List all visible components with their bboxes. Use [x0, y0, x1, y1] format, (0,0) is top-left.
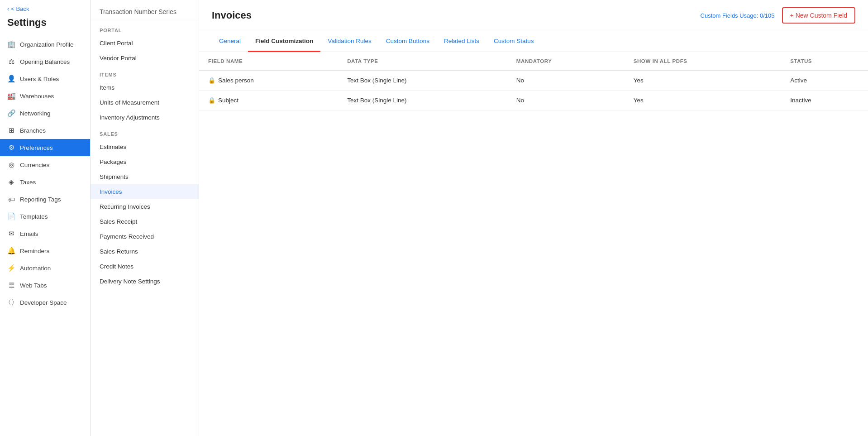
sidebar-item-networking[interactable]: 🔗 Networking — [0, 105, 90, 122]
sidebar-icon-web-tabs: ☰ — [7, 281, 15, 289]
custom-fields-usage: Custom Fields Usage: 0/105 — [701, 12, 775, 19]
middle-item-packages[interactable]: Packages — [91, 154, 199, 169]
sidebar-item-reporting-tags[interactable]: 🏷 Reporting Tags — [0, 191, 90, 208]
middle-panel-title: Transaction Number Series — [91, 0, 199, 21]
sidebar-label-networking: Networking — [20, 110, 51, 117]
middle-item-items[interactable]: Items — [91, 80, 199, 95]
sidebar-item-users-roles[interactable]: 👤 Users & Roles — [0, 70, 90, 87]
field-name-cell-0: 🔒 Sales person — [199, 71, 338, 91]
status-cell-1: Inactive — [781, 91, 868, 110]
sidebar-icon-users-roles: 👤 — [7, 75, 15, 83]
sidebar-icon-org-profile: 🏢 — [7, 40, 15, 48]
sidebar-label-templates: Templates — [20, 213, 48, 220]
main-page-title: Invoices — [212, 10, 252, 21]
tab-custom-status[interactable]: Custom Status — [486, 31, 541, 52]
sidebar-icon-taxes: ◈ — [7, 178, 15, 186]
new-custom-field-button[interactable]: + New Custom Field — [782, 7, 855, 24]
middle-item-client-portal[interactable]: Client Portal — [91, 36, 199, 51]
back-arrow-icon: ‹ — [7, 5, 9, 12]
sidebar-icon-currencies: ◎ — [7, 161, 15, 169]
col-header-field-name: FIELD NAME — [199, 52, 338, 71]
sidebar-item-org-profile[interactable]: 🏢 Organization Profile — [0, 36, 90, 53]
middle-item-inventory[interactable]: Inventory Adjustments — [91, 110, 199, 125]
tab-general[interactable]: General — [212, 31, 248, 52]
middle-item-units[interactable]: Units of Measurement — [91, 95, 199, 110]
middle-item-invoices[interactable]: Invoices — [91, 184, 199, 199]
table-row[interactable]: 🔒 Sales person Text Box (Single Line)NoY… — [199, 71, 868, 91]
sidebar-item-web-tabs[interactable]: ☰ Web Tabs — [0, 277, 90, 294]
middle-item-credit-notes[interactable]: Credit Notes — [91, 259, 199, 274]
sidebar-label-currencies: Currencies — [20, 162, 49, 168]
show-in-pdfs-cell-0: Yes — [625, 71, 782, 91]
sidebar-label-reporting-tags: Reporting Tags — [20, 196, 61, 203]
sidebar-item-taxes[interactable]: ◈ Taxes — [0, 173, 90, 191]
sidebar-label-reminders: Reminders — [20, 248, 49, 254]
sidebar-label-web-tabs: Web Tabs — [20, 282, 47, 289]
sidebar-label-developer-space: Developer Space — [20, 299, 67, 306]
sidebar-icon-emails: ✉ — [7, 230, 15, 238]
section-label-items: ITEMS — [91, 66, 199, 80]
table-row[interactable]: 🔒 Subject Text Box (Single Line)NoYesIna… — [199, 91, 868, 110]
lock-icon: 🔒 — [208, 97, 215, 104]
middle-item-estimates[interactable]: Estimates — [91, 139, 199, 154]
tab-custom-buttons[interactable]: Custom Buttons — [379, 31, 437, 52]
sidebar-icon-preferences: ⚙ — [7, 144, 15, 152]
back-label: < Back — [11, 5, 29, 12]
col-header-data-type: DATA TYPE — [338, 52, 507, 71]
tab-related-lists[interactable]: Related Lists — [437, 31, 486, 52]
sidebar-item-reminders[interactable]: 🔔 Reminders — [0, 242, 90, 259]
main-header: Invoices Custom Fields Usage: 0/105 + Ne… — [199, 0, 868, 31]
tab-field-customization[interactable]: Field Customization — [248, 31, 320, 52]
sidebar-item-preferences[interactable]: ⚙ Preferences — [0, 139, 90, 156]
data-type-cell-0: Text Box (Single Line) — [338, 71, 507, 91]
col-header-mandatory: MANDATORY — [507, 52, 625, 71]
data-type-cell-1: Text Box (Single Line) — [338, 91, 507, 110]
sidebar-label-branches: Branches — [20, 127, 46, 134]
sidebar-icon-networking: 🔗 — [7, 109, 15, 117]
sidebar: ‹ < Back Settings 🏢 Organization Profile… — [0, 0, 91, 436]
middle-item-sales-receipt[interactable]: Sales Receipt — [91, 214, 199, 229]
sidebar-item-templates[interactable]: 📄 Templates — [0, 208, 90, 225]
sidebar-item-currencies[interactable]: ◎ Currencies — [0, 156, 90, 173]
sidebar-label-users-roles: Users & Roles — [20, 76, 59, 82]
sidebar-item-warehouses[interactable]: 🏭 Warehouses — [0, 87, 90, 105]
custom-fields-table: FIELD NAMEDATA TYPEMANDATORYSHOW IN ALL … — [199, 52, 868, 110]
col-header-status: STATUS — [781, 52, 868, 71]
middle-item-shipments[interactable]: Shipments — [91, 169, 199, 184]
field-name-value: Subject — [218, 97, 238, 104]
sidebar-icon-templates: 📄 — [7, 212, 15, 220]
status-cell-0: Active — [781, 71, 868, 91]
main-content: Invoices Custom Fields Usage: 0/105 + Ne… — [199, 0, 868, 436]
tabs-bar: GeneralField CustomizationValidation Rul… — [199, 31, 868, 52]
middle-item-payments-received[interactable]: Payments Received — [91, 229, 199, 244]
sidebar-icon-reminders: 🔔 — [7, 247, 15, 255]
back-button[interactable]: ‹ < Back — [0, 0, 90, 15]
sidebar-item-opening-balances[interactable]: ⚖ Opening Balances — [0, 53, 90, 70]
sidebar-item-automation[interactable]: ⚡ Automation — [0, 259, 90, 277]
sidebar-item-branches[interactable]: ⊞ Branches — [0, 122, 90, 139]
sidebar-label-org-profile: Organization Profile — [20, 41, 74, 48]
middle-item-vendor-portal[interactable]: Vendor Portal — [91, 51, 199, 66]
middle-item-recurring-invoices[interactable]: Recurring Invoices — [91, 199, 199, 214]
middle-item-sales-returns[interactable]: Sales Returns — [91, 244, 199, 259]
lock-icon: 🔒 — [208, 77, 215, 84]
field-name-value: Sales person — [218, 77, 254, 84]
sidebar-item-emails[interactable]: ✉ Emails — [0, 225, 90, 242]
sidebar-icon-reporting-tags: 🏷 — [7, 195, 15, 203]
mandatory-cell-0: No — [507, 71, 625, 91]
table-area: FIELD NAMEDATA TYPEMANDATORYSHOW IN ALL … — [199, 52, 868, 436]
sidebar-item-developer-space[interactable]: 〈〉 Developer Space — [0, 294, 90, 311]
show-in-pdfs-cell-1: Yes — [625, 91, 782, 110]
sidebar-label-preferences: Preferences — [20, 144, 53, 151]
sidebar-icon-developer-space: 〈〉 — [7, 298, 15, 307]
section-label-sales: SALES — [91, 125, 199, 139]
mandatory-cell-1: No — [507, 91, 625, 110]
sidebar-label-emails: Emails — [20, 230, 38, 237]
sidebar-icon-warehouses: 🏭 — [7, 92, 15, 100]
tab-validation-rules[interactable]: Validation Rules — [320, 31, 379, 52]
sidebar-label-warehouses: Warehouses — [20, 93, 54, 100]
sidebar-title: Settings — [0, 15, 90, 36]
header-right: Custom Fields Usage: 0/105 + New Custom … — [701, 7, 855, 24]
middle-item-delivery-note[interactable]: Delivery Note Settings — [91, 274, 199, 289]
sidebar-label-automation: Automation — [20, 265, 51, 272]
